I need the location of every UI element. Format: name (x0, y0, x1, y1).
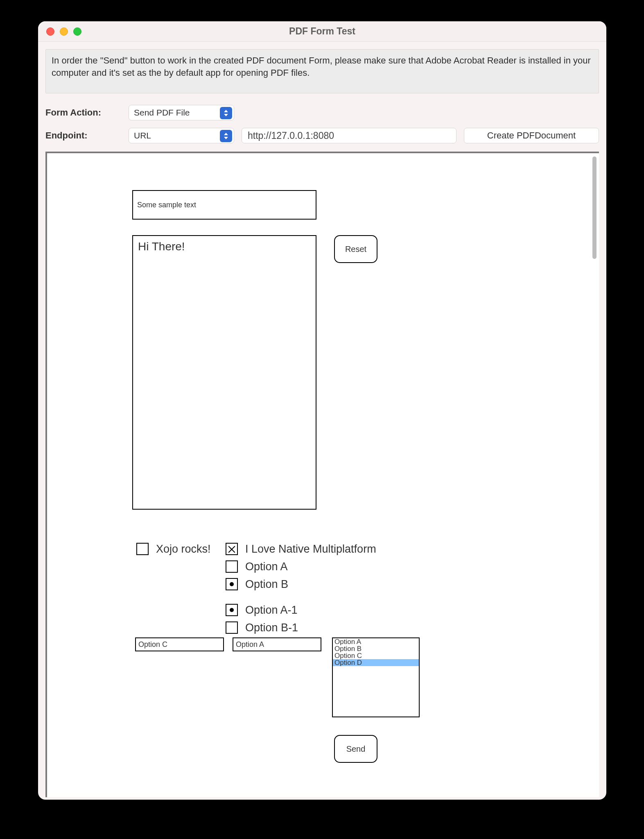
checkbox-xojo-label: Xojo rocks! (156, 543, 211, 555)
combo-right[interactable]: Option A (233, 637, 321, 651)
radio-option-a1[interactable] (226, 604, 238, 616)
sample-text-field[interactable]: Some sample text (132, 190, 316, 220)
radio-option-b1[interactable] (226, 621, 238, 634)
checkbox-xojo[interactable] (136, 543, 149, 555)
select-arrows-icon (220, 130, 232, 142)
checkbox-native[interactable] (226, 543, 238, 555)
listbox-option[interactable]: Option B (333, 645, 419, 652)
reset-button[interactable]: Reset (334, 235, 377, 263)
checkbox-native-row: I Love Native Multiplatform (226, 543, 376, 555)
app-window: PDF Form Test In order the "Send" button… (38, 21, 606, 800)
config-area: Form Action: Send PDF File Endpoint: URL… (45, 105, 599, 143)
pdf-viewport: Some sample text Hi There! Reset Xojo ro… (45, 152, 599, 797)
radio-option-b1-row: Option B-1 (226, 621, 298, 634)
listbox-option[interactable]: Option C (333, 652, 419, 659)
endpoint-label: Endpoint: (45, 130, 121, 141)
send-button[interactable]: Send (334, 735, 377, 763)
endpoint-row: Endpoint: URL Create PDFDocument (45, 128, 599, 143)
combo-right-value: Option A (236, 640, 264, 649)
sample-text-value: Some sample text (137, 201, 196, 209)
radio-option-a1-label: Option A-1 (245, 604, 298, 616)
radio-option-a-row: Option A (226, 560, 288, 573)
pdf-page: Some sample text Hi There! Reset Xojo ro… (47, 153, 599, 797)
combo-left-value: Option C (138, 640, 167, 649)
radio-option-a[interactable] (226, 560, 238, 573)
listbox-option[interactable]: Option A (333, 638, 419, 645)
form-action-label: Form Action: (45, 107, 121, 118)
multiline-text-field[interactable]: Hi There! (132, 235, 316, 510)
listbox[interactable]: Option A Option B Option C Option D (332, 637, 420, 717)
radio-option-b[interactable] (226, 578, 238, 590)
checkbox-native-label: I Love Native Multiplatform (245, 543, 376, 555)
checkbox-xojo-row: Xojo rocks! (136, 543, 211, 555)
create-pdf-button[interactable]: Create PDFDocument (464, 128, 599, 143)
radio-option-b-label: Option B (245, 578, 288, 590)
info-panel: In order the "Send" button to work in th… (45, 49, 599, 93)
radio-option-a-label: Option A (245, 560, 288, 573)
form-action-select[interactable]: Send PDF File (129, 105, 234, 120)
endpoint-type-value: URL (134, 131, 151, 141)
endpoint-url-input[interactable] (242, 128, 456, 143)
form-action-value: Send PDF File (134, 108, 190, 118)
form-action-row: Form Action: Send PDF File (45, 105, 599, 120)
window-title: PDF Form Test (38, 26, 606, 37)
select-arrows-icon (220, 107, 232, 119)
listbox-option-selected[interactable]: Option D (333, 659, 419, 666)
radio-option-b-row: Option B (226, 578, 288, 590)
radio-option-a1-row: Option A-1 (226, 604, 298, 616)
window-titlebar: PDF Form Test (38, 21, 606, 42)
endpoint-type-select[interactable]: URL (129, 128, 234, 143)
multiline-text-value: Hi There! (138, 240, 185, 253)
radio-option-b1-label: Option B-1 (245, 621, 298, 634)
combo-left[interactable]: Option C (135, 637, 224, 651)
